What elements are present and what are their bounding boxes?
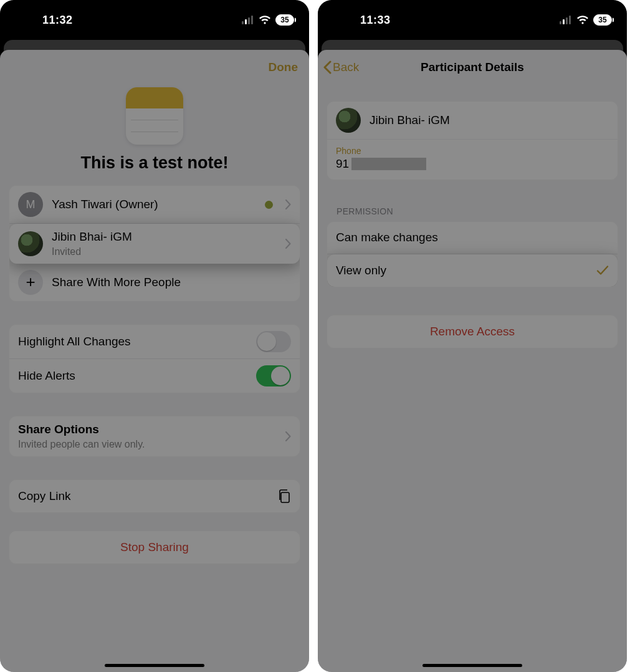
share-sheet: Done This is a test note! M Yash Tiwari … bbox=[0, 50, 309, 672]
sheet-header: Done bbox=[0, 50, 309, 85]
permission-section-header: PERMISSION bbox=[318, 201, 627, 221]
sheet-header: Back Participant Details bbox=[318, 50, 627, 85]
remove-access-row[interactable]: Remove Access bbox=[327, 315, 618, 348]
permission-view-only-row[interactable]: View only bbox=[327, 254, 618, 287]
copy-link-row[interactable]: Copy Link bbox=[9, 480, 300, 512]
share-options-group: Share Options Invited people can view on… bbox=[9, 416, 300, 457]
avatar: M bbox=[18, 192, 43, 217]
cellular-icon bbox=[560, 16, 572, 24]
status-time: 11:32 bbox=[15, 14, 73, 27]
svg-rect-0 bbox=[281, 492, 289, 502]
battery-icon: 35 bbox=[275, 14, 294, 26]
done-button[interactable]: Done bbox=[269, 60, 298, 74]
contact-name-row: Jibin Bhai- iGM bbox=[327, 102, 618, 140]
chevron-right-icon bbox=[285, 431, 291, 441]
back-button[interactable]: Back bbox=[323, 60, 359, 74]
share-with-more-row[interactable]: + Share With More People bbox=[9, 264, 300, 301]
sheet-title: Participant Details bbox=[421, 60, 524, 74]
alerts-group: Highlight All Changes Hide Alerts bbox=[9, 324, 300, 393]
phone-left: 11:32 35 Done This is a test note! bbox=[0, 0, 309, 672]
remove-access-group: Remove Access bbox=[327, 315, 618, 348]
avatar bbox=[18, 231, 43, 256]
cellular-icon bbox=[242, 16, 254, 24]
phone-value: 91 bbox=[336, 157, 609, 171]
contact-phone-row[interactable]: Phone 91 bbox=[327, 140, 618, 180]
note-title: This is a test note! bbox=[0, 153, 309, 173]
wifi-icon bbox=[259, 15, 271, 25]
copy-link-group: Copy Link bbox=[9, 479, 300, 513]
status-icons: 35 bbox=[560, 14, 612, 26]
stop-sharing-group: Stop Sharing bbox=[9, 530, 300, 564]
participant-owner-row[interactable]: M Yash Tiwari (Owner) bbox=[9, 186, 300, 224]
checkmark-icon bbox=[596, 265, 609, 276]
hide-alerts-row[interactable]: Hide Alerts bbox=[9, 359, 300, 393]
wifi-icon bbox=[576, 15, 589, 25]
phone-label: Phone bbox=[336, 146, 609, 156]
redacted-phone bbox=[351, 158, 426, 170]
status-bar: 11:32 35 bbox=[0, 0, 309, 34]
contact-name: Jibin Bhai- iGM bbox=[370, 113, 609, 128]
status-icons: 35 bbox=[242, 14, 294, 26]
phone-right: 11:33 35 Back Participant Details bbox=[318, 0, 627, 672]
permission-group: Can make changes View only bbox=[327, 221, 618, 287]
stop-sharing-row[interactable]: Stop Sharing bbox=[9, 531, 300, 564]
participant-details-sheet: Back Participant Details Jibin Bhai- iGM… bbox=[318, 50, 627, 672]
plus-icon: + bbox=[18, 270, 43, 295]
status-time: 11:33 bbox=[333, 14, 391, 27]
contact-card: Jibin Bhai- iGM Phone 91 bbox=[327, 101, 618, 180]
share-options-row[interactable]: Share Options Invited people can view on… bbox=[9, 416, 300, 456]
remove-access-label: Remove Access bbox=[430, 325, 515, 338]
participant-invitee-row[interactable]: Jibin Bhai- iGM Invited bbox=[9, 224, 300, 264]
highlight-changes-row[interactable]: Highlight All Changes bbox=[9, 325, 300, 359]
battery-icon: 35 bbox=[593, 14, 612, 26]
participant-name: Jibin Bhai- iGM bbox=[52, 230, 277, 244]
copy-icon bbox=[277, 489, 291, 504]
chevron-right-icon bbox=[285, 239, 291, 249]
status-bar: 11:33 35 bbox=[318, 0, 627, 34]
presence-dot-icon bbox=[265, 201, 273, 209]
permission-can-edit-row[interactable]: Can make changes bbox=[327, 222, 618, 254]
stop-sharing-label: Stop Sharing bbox=[120, 540, 189, 554]
chevron-left-icon bbox=[323, 60, 332, 74]
highlight-changes-toggle[interactable] bbox=[256, 331, 291, 352]
hide-alerts-toggle[interactable] bbox=[256, 365, 291, 386]
share-more-label: Share With More People bbox=[52, 276, 291, 290]
participant-status: Invited bbox=[52, 246, 277, 257]
home-indicator bbox=[105, 664, 204, 667]
participants-group: M Yash Tiwari (Owner) Jibin Bhai- iGM In… bbox=[9, 185, 300, 302]
avatar bbox=[336, 108, 361, 133]
participant-name: Yash Tiwari (Owner) bbox=[52, 198, 256, 212]
home-indicator bbox=[422, 664, 522, 667]
notes-app-icon bbox=[126, 87, 183, 145]
chevron-right-icon bbox=[285, 199, 291, 209]
